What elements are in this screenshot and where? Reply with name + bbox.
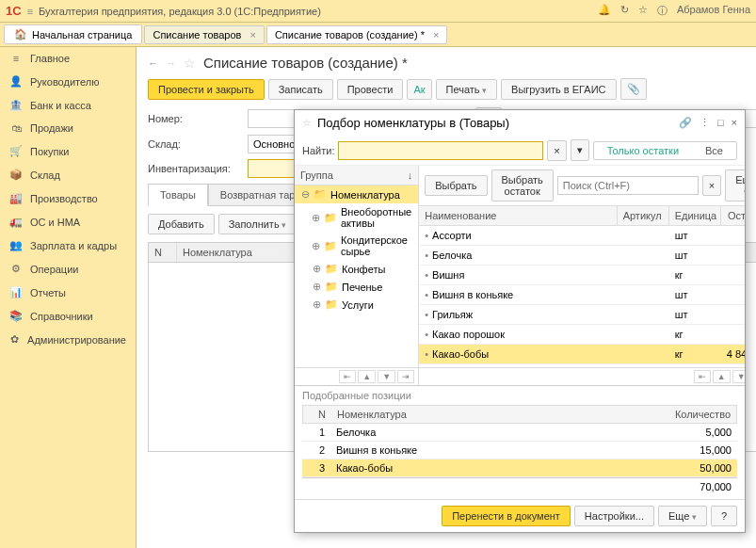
sidebar-item[interactable]: ≡Главное	[0, 47, 136, 70]
sidebar-icon: 🛒	[9, 145, 23, 157]
tree-item[interactable]: ⊕📁Кондитерское сырье	[295, 232, 418, 260]
list-row[interactable]: •Какао порошоккг35	[419, 325, 745, 345]
sidebar-item[interactable]: 🚛ОС и НМА	[0, 210, 136, 234]
tab-home[interactable]: 🏠 Начальная страница	[4, 24, 142, 44]
sidebar-item[interactable]: 🛍Продажи	[0, 117, 136, 139]
more-button[interactable]: Еще	[725, 169, 745, 201]
pager-last-icon[interactable]: ⇥	[397, 370, 414, 383]
post-and-close-button[interactable]: Провести и закрыть	[148, 79, 265, 100]
search-dropdown-icon[interactable]: ▾	[571, 139, 589, 161]
menu-icon[interactable]: ≡	[27, 6, 33, 17]
sidebar-item[interactable]: 🛒Покупки	[0, 139, 136, 163]
post-button[interactable]: Провести	[337, 79, 404, 100]
bell-icon[interactable]: 🔔	[598, 4, 611, 18]
close-icon[interactable]: ×	[433, 29, 439, 40]
link-icon[interactable]: 🔗	[679, 117, 692, 129]
search-input[interactable]	[338, 141, 543, 160]
subtab-goods[interactable]: Товары	[148, 184, 208, 206]
picked-col-qty[interactable]: Количество	[661, 406, 736, 423]
add-button[interactable]: Добавить	[148, 214, 215, 234]
tree-item[interactable]: ⊕📁Конфеты	[295, 260, 418, 278]
list-row[interactable]: •Грильяжшт20	[419, 305, 745, 325]
tab-writeoff-list[interactable]: Списание товаров ×	[144, 25, 264, 44]
sidebar-item[interactable]: 📦Склад	[0, 163, 136, 186]
list-search-input[interactable]	[557, 176, 699, 195]
col-article[interactable]: Артикул	[618, 206, 669, 225]
choose-stock-button[interactable]: Выбрать остаток	[491, 169, 554, 201]
pager-first-icon[interactable]: ⇤	[694, 370, 711, 383]
pager-up-icon[interactable]: ▲	[713, 370, 731, 383]
list-search-clear-icon[interactable]: ×	[702, 175, 721, 196]
pager-down-icon[interactable]: ▼	[732, 370, 745, 383]
sidebar-item[interactable]: 👥Зарплата и кадры	[0, 234, 136, 257]
tree-item[interactable]: ⊕📁Печенье	[295, 278, 418, 296]
list-row[interactable]: •Белочкашт50	[419, 246, 745, 266]
expand-icon[interactable]: ⊕	[312, 212, 320, 224]
sidebar-item[interactable]: 👤Руководителю	[0, 70, 136, 93]
transfer-button[interactable]: Перенести в документ	[442, 506, 571, 526]
col-name[interactable]: Наименование	[419, 206, 617, 225]
help-icon[interactable]: ⓘ	[657, 4, 668, 18]
back-icon[interactable]: ←	[148, 57, 158, 69]
tree-item[interactable]: ⊕📁Внеоборотные активы	[295, 203, 418, 232]
sidebar-item[interactable]: 📊Отчеты	[0, 281, 136, 304]
app-title: Бухгалтерия предприятия, редакция 3.0 (1…	[39, 6, 598, 17]
toggle-all[interactable]: Все	[692, 142, 736, 159]
col-unit[interactable]: Единица	[669, 206, 721, 225]
expand-icon[interactable]: ⊖	[300, 188, 310, 201]
sidebar-item[interactable]: ✿Администрирование	[0, 328, 136, 351]
expand-icon[interactable]: ⊕	[312, 240, 320, 252]
favorite-icon[interactable]: ☆	[184, 56, 196, 71]
search-clear-icon[interactable]: ×	[547, 140, 566, 161]
sidebar-item[interactable]: 🏭Производство	[0, 186, 136, 210]
picked-col-name[interactable]: Номенклатура	[331, 406, 661, 423]
list-row[interactable]: •Вишнякг17	[419, 266, 745, 285]
sidebar-item[interactable]: ⚙Операции	[0, 257, 136, 281]
movements-icon[interactable]: Ак	[407, 79, 431, 100]
egais-button[interactable]: Выгрузить в ЕГАИС	[501, 79, 616, 100]
pager-down-icon[interactable]: ▼	[378, 370, 395, 383]
footer-more-button[interactable]: Еще	[658, 506, 707, 526]
maximize-icon[interactable]: □	[717, 117, 724, 129]
forward-icon[interactable]: →	[166, 57, 176, 69]
close-icon[interactable]: ×	[249, 29, 255, 40]
user-label[interactable]: Абрамов Генна	[677, 4, 750, 18]
toggle-stock-only[interactable]: Только остатки	[594, 142, 692, 159]
history-icon[interactable]: ↻	[620, 4, 629, 18]
expand-icon[interactable]: ⊕	[312, 263, 321, 275]
cell-qty: 20	[721, 305, 745, 324]
attachments-icon[interactable]: 📎	[620, 78, 647, 100]
picked-row[interactable]: 2Вишня в коньяке15,000	[302, 442, 737, 459]
menu-icon[interactable]: ⋮	[700, 117, 710, 129]
print-button[interactable]: Печать	[436, 79, 498, 100]
expand-icon[interactable]: ⊕	[312, 281, 321, 293]
sidebar-item[interactable]: 🏦Банк и касса	[0, 93, 136, 117]
picked-row[interactable]: 1Белочка5,000	[302, 424, 737, 442]
pager-up-icon[interactable]: ▲	[358, 370, 376, 383]
star-icon[interactable]: ☆	[638, 4, 648, 18]
close-icon[interactable]: ×	[732, 117, 737, 129]
sort-icon[interactable]: ↓	[408, 169, 413, 181]
tree-item[interactable]: ⊖📁Номенклатура	[295, 185, 418, 203]
cell-unit: кг	[669, 266, 721, 284]
list-row[interactable]: •Ассортишт750	[419, 226, 745, 246]
settings-button[interactable]: Настройки...	[574, 506, 654, 526]
tab-writeoff-create[interactable]: Списание товаров (создание) * ×	[266, 25, 447, 44]
expand-icon[interactable]: ⊕	[312, 298, 321, 311]
list-row[interactable]: •Какао-бобыкг4 840,75	[419, 345, 745, 364]
list-row[interactable]: •Вишня в коньякешт100	[419, 285, 745, 305]
fill-button[interactable]: Заполнить	[218, 214, 298, 234]
sidebar-item[interactable]: 📚Справочники	[0, 304, 136, 328]
col-n[interactable]: N	[149, 243, 177, 262]
cell-qty: 750	[721, 226, 745, 245]
picked-col-n[interactable]: N	[303, 406, 331, 423]
choose-button[interactable]: Выбрать	[425, 175, 487, 196]
col-stock[interactable]: Остаток	[721, 206, 745, 225]
tree-item[interactable]: ⊕📁Услуги	[295, 296, 418, 314]
tree-header-label[interactable]: Группа	[300, 169, 333, 181]
help-button[interactable]: ?	[711, 506, 737, 526]
pager-first-icon[interactable]: ⇤	[339, 370, 356, 383]
dialog-favorite-icon[interactable]: ☆	[302, 117, 312, 129]
save-button[interactable]: Записать	[268, 79, 333, 100]
picked-row[interactable]: 3Какао-бобы50,000	[302, 459, 737, 477]
